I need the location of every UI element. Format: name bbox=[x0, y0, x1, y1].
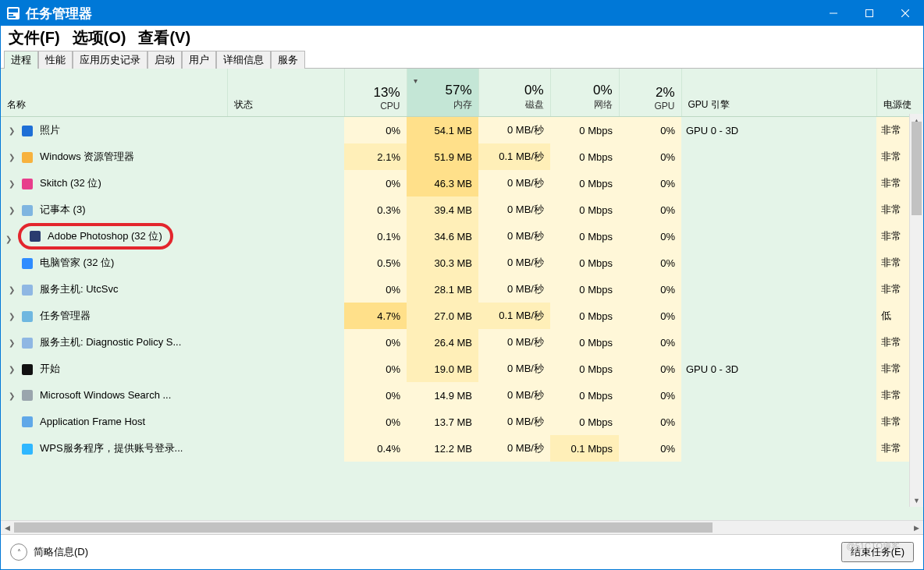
col-gpu[interactable]: 2%GPU bbox=[619, 69, 681, 117]
process-icon bbox=[21, 151, 34, 164]
minimize-button[interactable] bbox=[816, 1, 851, 26]
processes-pane: 名称 状态 13%CPU ▾57%内存 0%磁盘 0%网络 2%GPU GPU … bbox=[1, 69, 923, 534]
process-icon bbox=[21, 257, 34, 270]
disk-cell: 0 MB/秒 bbox=[478, 276, 550, 303]
table-row[interactable]: ❯Microsoft Windows Search ...0%14.9 MB0 … bbox=[1, 382, 923, 409]
table-row[interactable]: WPS服务程序，提供账号登录...0.4%12.2 MB0 MB/秒0.1 Mb… bbox=[1, 435, 923, 462]
disk-cell: 0.1 MB/秒 bbox=[478, 303, 550, 329]
cpu-cell: 0% bbox=[344, 170, 407, 196]
state-cell bbox=[227, 303, 344, 329]
task-manager-window: 任务管理器 文件(F) 选项(O) 查看(V) 进程性能应用历史记录启动用户详细… bbox=[0, 0, 924, 570]
col-state[interactable]: 状态 bbox=[227, 69, 344, 117]
gpu-engine-cell bbox=[681, 196, 876, 223]
expand-icon[interactable]: ❯ bbox=[7, 338, 16, 347]
gpu-engine-cell bbox=[681, 276, 876, 303]
fewer-details-button[interactable]: ˄ 简略信息(D) bbox=[10, 543, 88, 561]
gpu-cell: 0% bbox=[619, 303, 681, 329]
gpu-engine-cell bbox=[681, 409, 876, 435]
cpu-cell: 0% bbox=[344, 329, 407, 356]
tab-5[interactable]: 详细信息 bbox=[216, 51, 271, 69]
table-row[interactable]: ❯照片0%54.1 MB0 MB/秒0 Mbps0%GPU 0 - 3D非常 bbox=[1, 117, 923, 144]
net-cell: 0.1 Mbps bbox=[550, 435, 619, 462]
disk-cell: 0 MB/秒 bbox=[478, 329, 550, 356]
state-cell bbox=[227, 223, 344, 250]
gpu-engine-cell: GPU 0 - 3D bbox=[681, 356, 876, 382]
gpu-engine-cell bbox=[681, 329, 876, 356]
gpu-engine-cell bbox=[681, 170, 876, 196]
expand-icon[interactable]: ❯ bbox=[7, 391, 16, 400]
expand-icon[interactable]: ❯ bbox=[7, 312, 16, 320]
col-memory[interactable]: ▾57%内存 bbox=[407, 69, 478, 117]
end-task-button[interactable]: 结束任务(E) bbox=[841, 542, 914, 562]
gpu-cell: 0% bbox=[619, 329, 681, 356]
gpu-cell: 0% bbox=[619, 435, 681, 462]
col-power[interactable]: 电源使 bbox=[876, 69, 923, 117]
tab-6[interactable]: 服务 bbox=[271, 51, 305, 69]
close-button[interactable] bbox=[887, 1, 923, 26]
menu-options[interactable]: 选项(O) bbox=[68, 26, 131, 50]
vscroll-thumb[interactable] bbox=[912, 122, 922, 215]
state-cell bbox=[227, 117, 344, 144]
expand-icon[interactable]: ❯ bbox=[7, 126, 16, 135]
net-cell: 0 Mbps bbox=[550, 196, 619, 223]
gpu-cell: 0% bbox=[619, 196, 681, 223]
tab-4[interactable]: 用户 bbox=[182, 51, 216, 69]
scroll-down-icon[interactable]: ▼ bbox=[910, 494, 923, 507]
menu-view[interactable]: 查看(V) bbox=[133, 26, 195, 50]
hscroll-thumb[interactable] bbox=[14, 522, 713, 533]
gpu-cell: 0% bbox=[619, 382, 681, 409]
gpu-engine-cell bbox=[681, 303, 876, 329]
process-icon bbox=[29, 230, 41, 243]
maximize-button[interactable] bbox=[851, 1, 887, 26]
net-cell: 0 Mbps bbox=[550, 117, 619, 144]
horizontal-scrollbar[interactable]: ◀ ▶ bbox=[1, 520, 923, 534]
col-gpu-engine[interactable]: GPU 引擎 bbox=[681, 69, 876, 117]
expand-icon[interactable]: ❯ bbox=[7, 285, 16, 294]
col-name[interactable]: 名称 bbox=[1, 69, 227, 117]
scroll-right-icon[interactable]: ▶ bbox=[910, 521, 923, 534]
table-row[interactable]: ❯记事本 (3)0.3%39.4 MB0 MB/秒0 Mbps0%非常 bbox=[1, 196, 923, 223]
tab-1[interactable]: 性能 bbox=[38, 51, 73, 69]
net-cell: 0 Mbps bbox=[550, 223, 619, 250]
table-row[interactable]: ❯Windows 资源管理器2.1%51.9 MB0.1 MB/秒0 Mbps0… bbox=[1, 143, 923, 170]
mem-cell: 54.1 MB bbox=[407, 117, 478, 144]
col-disk[interactable]: 0%磁盘 bbox=[478, 69, 550, 117]
tab-2[interactable]: 应用历史记录 bbox=[73, 51, 147, 69]
expand-icon[interactable]: ❯ bbox=[7, 179, 16, 188]
cpu-cell: 0% bbox=[344, 409, 407, 435]
net-cell: 0 Mbps bbox=[550, 250, 619, 276]
expand-icon[interactable]: ❯ bbox=[7, 153, 16, 161]
menu-file[interactable]: 文件(F) bbox=[4, 26, 65, 50]
process-name: WPS服务程序，提供账号登录... bbox=[40, 442, 183, 454]
table-row[interactable]: ❯服务主机: Diagnostic Policy S...0%26.4 MB0 … bbox=[1, 329, 923, 356]
net-cell: 0 Mbps bbox=[550, 276, 619, 303]
net-cell: 0 Mbps bbox=[550, 409, 619, 435]
menubar: 文件(F) 选项(O) 查看(V) bbox=[1, 26, 923, 49]
cpu-cell: 0.1% bbox=[344, 223, 407, 250]
expand-icon[interactable]: ❯ bbox=[7, 206, 16, 214]
vertical-scrollbar[interactable]: ▲ ▼ bbox=[909, 114, 923, 507]
col-network[interactable]: 0%网络 bbox=[550, 69, 619, 117]
table-row[interactable]: 电脑管家 (32 位)0.5%30.3 MB0 MB/秒0 Mbps0%非常 bbox=[1, 250, 923, 276]
table-row[interactable]: ❯任务管理器4.7%27.0 MB0.1 MB/秒0 Mbps0%低 bbox=[1, 303, 923, 329]
table-row[interactable]: Application Frame Host0%13.7 MB0 MB/秒0 M… bbox=[1, 409, 923, 435]
tab-3[interactable]: 启动 bbox=[147, 51, 182, 69]
state-cell bbox=[227, 276, 344, 303]
expand-icon[interactable]: ❯ bbox=[7, 365, 16, 374]
cpu-cell: 0% bbox=[344, 382, 407, 409]
table-row[interactable]: ❯开始0%19.0 MB0 MB/秒0 Mbps0%GPU 0 - 3D非常 bbox=[1, 356, 923, 382]
table-row[interactable]: ❯服务主机: UtcSvc0%28.1 MB0 MB/秒0 Mbps0%非常 bbox=[1, 276, 923, 303]
state-cell bbox=[227, 356, 344, 382]
col-cpu[interactable]: 13%CPU bbox=[344, 69, 407, 117]
state-cell bbox=[227, 170, 344, 196]
footer: ˄ 简略信息(D) 结束任务(E) bbox=[1, 534, 923, 569]
table-row[interactable]: ❯Skitch (32 位)0%46.3 MB0 MB/秒0 Mbps0%非常 bbox=[1, 170, 923, 196]
tab-0[interactable]: 进程 bbox=[4, 51, 38, 69]
titlebar[interactable]: 任务管理器 bbox=[1, 1, 923, 26]
svg-rect-5 bbox=[866, 10, 873, 17]
table-row[interactable]: ❯Adobe Photoshop (32 位)0.1%34.6 MB0 MB/秒… bbox=[1, 223, 923, 250]
scroll-left-icon[interactable]: ◀ bbox=[1, 521, 14, 534]
process-icon bbox=[21, 125, 34, 137]
expand-icon[interactable]: ❯ bbox=[4, 235, 13, 243]
gpu-cell: 0% bbox=[619, 170, 681, 196]
